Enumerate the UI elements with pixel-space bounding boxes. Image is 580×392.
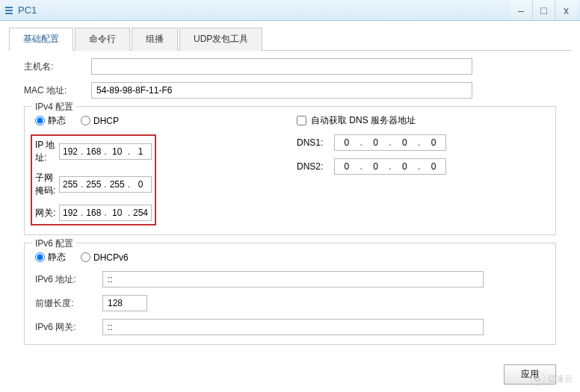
radio-v6-static-input[interactable] <box>35 252 45 262</box>
app-icon <box>3 4 15 16</box>
ipv6-addr-input[interactable] <box>102 271 484 287</box>
host-input[interactable] <box>91 58 472 75</box>
ip-o1[interactable] <box>60 146 81 157</box>
ipv4-highlight-box: IP 地址: . . . 子网掩码: . <box>31 134 156 225</box>
ipv4-fieldset: IPv4 配置 静态 DHCP <box>24 106 556 235</box>
label-mask: 子网掩码: <box>35 172 59 197</box>
row-mac: MAC 地址: <box>24 82 556 99</box>
label-dns1: DNS1: <box>297 137 334 148</box>
row-mask: 子网掩码: . . . <box>35 172 152 197</box>
radio-dhcpv6[interactable]: DHCPv6 <box>81 252 129 263</box>
label-dns2: DNS2: <box>297 161 334 172</box>
dns1-o2[interactable] <box>365 137 386 148</box>
window-body: 基础配置 命令行 组播 UDP发包工具 主机名: MAC 地址: IPv4 配置… <box>0 21 580 392</box>
ipv6-fieldset: IPv6 配置 静态 DHCPv6 IPv6 地址: 前缀长度: <box>24 243 556 345</box>
radio-static-label: 静态 <box>48 114 66 127</box>
ipv6-gw-input[interactable] <box>102 319 484 335</box>
dns1-o3[interactable] <box>394 137 415 148</box>
tab-mcast[interactable]: 组播 <box>132 28 178 51</box>
ip-o3[interactable] <box>107 146 128 157</box>
label-ipv6-gw: IPv6 网关: <box>35 321 102 334</box>
radio-v6-static[interactable]: 静态 <box>35 251 66 264</box>
radio-dhcp[interactable]: DHCP <box>81 116 119 126</box>
label-host: 主机名: <box>24 60 91 73</box>
watermark-text: 亿速云 <box>548 373 573 385</box>
gw-o1[interactable] <box>60 208 81 218</box>
titlebar: PC1 – □ x <box>0 0 580 21</box>
dns1-input[interactable]: . . . <box>334 134 446 151</box>
label-auto-dns: 自动获取 DNS 服务器地址 <box>311 114 416 127</box>
radio-static-input[interactable] <box>35 116 45 125</box>
tab-basic[interactable]: 基础配置 <box>9 28 73 51</box>
dns2-input[interactable]: . . . <box>334 158 446 175</box>
row-auto-dns: 自动获取 DNS 服务器地址 <box>297 114 545 127</box>
window-title: PC1 <box>18 4 510 16</box>
restore-button[interactable]: □ <box>532 0 555 20</box>
radio-v6-static-label: 静态 <box>48 251 66 264</box>
form-area: 主机名: MAC 地址: IPv4 配置 静态 <box>9 51 571 360</box>
ip-o4[interactable] <box>130 146 151 157</box>
prefix-input[interactable] <box>102 295 147 311</box>
auto-dns-checkbox[interactable] <box>297 116 306 125</box>
ipv6-legend: IPv6 配置 <box>32 237 76 250</box>
label-gw: 网关: <box>35 207 59 220</box>
mask-o2[interactable] <box>83 179 104 190</box>
radio-dhcp-input[interactable] <box>81 116 90 125</box>
dns2-o4[interactable] <box>423 161 444 172</box>
radio-dhcpv6-input[interactable] <box>81 252 90 262</box>
ipv4-mode-row: 静态 DHCP <box>35 114 274 127</box>
gw-o2[interactable] <box>83 208 104 218</box>
radio-static[interactable]: 静态 <box>35 114 66 127</box>
row-ipv6-gw: IPv6 网关: <box>35 319 545 335</box>
close-button[interactable]: x <box>555 0 577 20</box>
row-dns1: DNS1: . . . <box>297 134 545 151</box>
ip-input[interactable]: . . . <box>59 143 152 160</box>
mask-input[interactable]: . . . <box>59 176 152 193</box>
ipv4-legend: IPv4 配置 <box>32 101 76 113</box>
ipv4-col-right: 自动获取 DNS 服务器地址 DNS1: . . . DNS2: <box>274 114 545 225</box>
dns2-o2[interactable] <box>365 161 386 172</box>
label-ipv6-addr: IPv6 地址: <box>35 273 102 286</box>
button-row: 应用 <box>9 360 571 385</box>
radio-dhcpv6-label: DHCPv6 <box>93 252 129 263</box>
row-dns2: DNS2: . . . <box>297 158 545 175</box>
gw-o3[interactable] <box>107 208 128 218</box>
dns2-o1[interactable] <box>336 161 357 172</box>
mask-o4[interactable] <box>130 179 151 190</box>
row-host: 主机名: <box>24 58 556 75</box>
mac-input[interactable] <box>91 82 472 99</box>
dns1-o4[interactable] <box>423 137 444 148</box>
tab-cmd[interactable]: 命令行 <box>75 28 130 51</box>
mask-o1[interactable] <box>60 179 81 190</box>
radio-dhcp-label: DHCP <box>93 116 119 126</box>
minimize-button[interactable]: – <box>510 0 532 20</box>
watermark-icon: G <box>530 371 545 386</box>
row-gw: 网关: . . . <box>35 205 152 221</box>
label-ip: IP 地址: <box>35 139 59 164</box>
ipv4-col-left: 静态 DHCP IP 地址: . . <box>35 114 274 225</box>
ipv4-cols: 静态 DHCP IP 地址: . . <box>35 114 545 225</box>
row-ip: IP 地址: . . . <box>35 139 152 164</box>
gw-input[interactable]: . . . <box>59 205 152 221</box>
dns2-o3[interactable] <box>394 161 415 172</box>
ip-o2[interactable] <box>83 146 104 157</box>
row-ipv6-addr: IPv6 地址: <box>35 271 545 287</box>
mask-o3[interactable] <box>107 179 128 190</box>
ipv6-mode-row: 静态 DHCPv6 <box>35 251 545 264</box>
gw-o4[interactable] <box>130 208 151 218</box>
row-prefix: 前缀长度: <box>35 295 545 311</box>
watermark: G 亿速云 <box>530 371 573 386</box>
dns1-o1[interactable] <box>336 137 357 148</box>
label-prefix: 前缀长度: <box>35 297 102 310</box>
window-controls: – □ x <box>510 0 577 20</box>
tab-udp[interactable]: UDP发包工具 <box>179 28 262 51</box>
label-mac: MAC 地址: <box>24 84 91 97</box>
tabstrip: 基础配置 命令行 组播 UDP发包工具 <box>9 27 571 51</box>
